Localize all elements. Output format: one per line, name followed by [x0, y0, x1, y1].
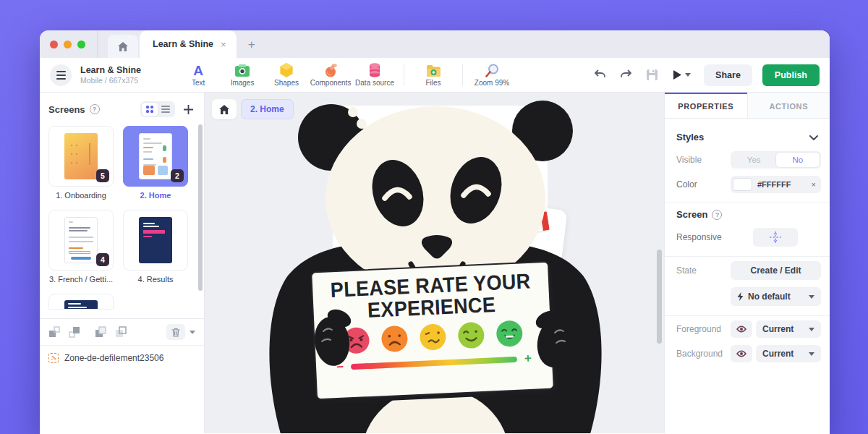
publish-button[interactable]: Publish [762, 64, 820, 86]
layer-item-zone-de-defilement[interactable]: Zone-de-defilement23506 [40, 346, 204, 370]
screen-thumbnail [64, 300, 98, 310]
redo-button[interactable] [618, 67, 634, 83]
tab-close-icon[interactable]: × [221, 39, 226, 50]
color-swatch[interactable] [733, 178, 752, 191]
visible-yes-option[interactable]: Yes [732, 153, 776, 167]
maximize-window-button[interactable] [77, 41, 85, 48]
list-view-icon [161, 104, 170, 114]
foreground-visibility-button[interactable] [731, 320, 752, 338]
foreground-label: Foreground [676, 324, 721, 334]
tab-learn-and-shine[interactable]: Learn & Shine × [140, 30, 237, 58]
grid-view-icon [146, 106, 153, 113]
app-window: Learn & Shine × + Learn & Shine Mobile /… [40, 30, 830, 434]
preview-button[interactable] [670, 69, 694, 80]
tool-shapes[interactable]: Shapes [267, 63, 306, 87]
screen-label: 3. French / Getti... [48, 275, 114, 284]
default-state-dropdown[interactable]: No default [731, 287, 821, 306]
screen-label: 1. Onboarding [48, 191, 114, 200]
toolbar-divider [404, 64, 404, 86]
grid-view-button[interactable] [142, 103, 158, 116]
screen-badge: 4 [96, 253, 109, 266]
breadcrumb-home-button[interactable] [212, 99, 237, 119]
background-visibility-button[interactable] [731, 345, 752, 362]
sad-emoji-icon[interactable] [380, 325, 409, 354]
tool-components[interactable]: Components [311, 63, 350, 87]
share-button[interactable]: Share [704, 64, 752, 86]
grinning-emoji-icon[interactable] [495, 319, 524, 348]
screen-card-partial[interactable] [48, 294, 114, 310]
screen-card-home[interactable]: 2 2. Home [123, 126, 188, 200]
screen-section-title: Screen [676, 209, 707, 220]
tool-data-source[interactable]: Data source [355, 63, 394, 87]
shapes-icon [279, 63, 294, 77]
home-icon [118, 42, 128, 51]
screens-grid: 5 1. Onboarding [40, 124, 204, 310]
undo-button[interactable] [592, 67, 608, 83]
screens-panel: Screens ? 5 [40, 93, 205, 433]
images-icon [235, 63, 250, 77]
screen-thumbnail [139, 217, 172, 263]
screen-card-onboarding[interactable]: 5 1. Onboarding [48, 126, 114, 200]
neutral-emoji-icon[interactable] [419, 323, 448, 352]
delete-dropdown-caret[interactable] [190, 331, 195, 334]
responsive-button[interactable] [753, 228, 798, 247]
properties-panel: PROPERTIES ACTIONS Styles Visible Yes No… [664, 93, 830, 433]
create-edit-button[interactable]: Create / Edit [731, 261, 821, 280]
tab-properties[interactable]: PROPERTIES [665, 93, 747, 118]
text-icon: A [193, 63, 203, 77]
tool-files[interactable]: Files [414, 63, 453, 87]
screens-scrollbar[interactable] [198, 124, 203, 291]
add-screen-button[interactable] [181, 105, 195, 114]
minimize-window-button[interactable] [64, 41, 72, 48]
screen-thumbnail [64, 217, 98, 263]
tool-images[interactable]: Images [223, 63, 262, 87]
chevron-down-icon[interactable] [809, 130, 818, 143]
new-tab-button[interactable]: + [248, 38, 255, 58]
screen-thumbnail [64, 133, 98, 179]
happy-emoji-icon[interactable] [457, 321, 486, 350]
bring-forward-icon[interactable] [69, 326, 80, 338]
save-button[interactable] [644, 67, 660, 83]
color-field[interactable]: #FFFFFF × [731, 176, 821, 193]
bring-to-front-icon[interactable] [115, 326, 127, 338]
color-label: Color [676, 179, 697, 190]
components-icon [324, 63, 338, 77]
send-to-back-icon[interactable] [95, 326, 106, 338]
canvas[interactable]: 2. Home y: [205, 93, 664, 433]
main-toolbar: Learn & Shine Mobile / 667x375 A Text Im… [40, 58, 830, 93]
close-window-button[interactable] [50, 41, 58, 48]
delete-button[interactable] [166, 324, 185, 340]
rating-gradient-bar [351, 357, 517, 370]
screen-card-french[interactable]: 4 3. French / Getti... [48, 210, 114, 284]
home-tab[interactable] [108, 35, 138, 58]
visible-toggle[interactable]: Yes No [731, 151, 821, 169]
background-label: Background [676, 349, 723, 359]
visible-no-option[interactable]: No [776, 153, 820, 167]
canvas-scrollbar[interactable] [657, 250, 662, 344]
scroll-zone-icon [48, 353, 59, 363]
preview-dropdown-caret[interactable] [685, 73, 691, 77]
toolbar-divider [462, 64, 463, 86]
state-label: State [676, 265, 697, 276]
play-icon [673, 69, 682, 80]
background-dropdown[interactable]: Current [756, 345, 821, 362]
eye-icon [736, 326, 746, 333]
dropdown-caret-icon [809, 352, 814, 356]
screen-card-results[interactable]: 4. Results [123, 210, 188, 284]
screens-help-icon[interactable]: ? [90, 104, 100, 114]
insert-tools: A Text Images Shapes Components [179, 63, 511, 87]
tab-actions[interactable]: ACTIONS [747, 93, 830, 118]
breadcrumb-current-screen[interactable]: 2. Home [241, 99, 294, 119]
clear-color-icon[interactable]: × [812, 180, 816, 189]
foreground-dropdown[interactable]: Current [756, 320, 821, 338]
tool-zoom[interactable]: Zoom 99% [472, 63, 511, 87]
screen-badge: 5 [96, 169, 109, 182]
panda-right-paw [532, 308, 576, 370]
tool-text[interactable]: A Text [179, 63, 218, 87]
project-subtitle: Mobile / 667x375 [80, 76, 141, 85]
list-view-button[interactable] [158, 103, 174, 116]
send-backward-icon[interactable] [48, 326, 60, 338]
screen-help-icon[interactable]: ? [712, 210, 722, 220]
screens-panel-title: Screens [48, 104, 85, 115]
menu-button[interactable] [50, 64, 72, 86]
